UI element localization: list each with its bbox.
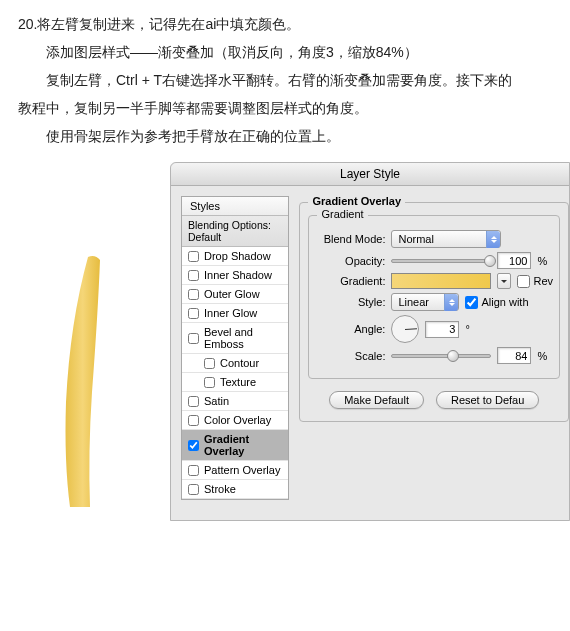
style-checkbox[interactable] xyxy=(188,308,199,319)
style-item-inner-shadow[interactable]: Inner Shadow xyxy=(182,266,288,285)
style-item-texture[interactable]: Texture xyxy=(182,373,288,392)
reset-default-button[interactable]: Reset to Defau xyxy=(436,391,539,409)
angle-hand-icon xyxy=(405,328,417,330)
style-checkbox[interactable] xyxy=(188,396,199,407)
style-checkbox[interactable] xyxy=(188,465,199,476)
make-default-button[interactable]: Make Default xyxy=(329,391,424,409)
style-item-label: Bevel and Emboss xyxy=(204,326,282,350)
instruction-line: 添加图层样式——渐变叠加（取消反向，角度3，缩放84%） xyxy=(18,38,552,66)
blend-mode-select[interactable]: Normal xyxy=(391,230,501,248)
slider-thumb-icon[interactable] xyxy=(484,255,496,267)
blending-options-row[interactable]: Blending Options: Default xyxy=(182,216,288,247)
reverse-checkbox-input[interactable] xyxy=(517,275,530,288)
style-item-pattern-overlay[interactable]: Pattern Overlay xyxy=(182,461,288,480)
blend-mode-label: Blend Mode: xyxy=(315,233,385,245)
style-checkbox[interactable] xyxy=(188,270,199,281)
align-checkbox[interactable]: Align with xyxy=(465,296,528,309)
style-select[interactable]: Linear xyxy=(391,293,459,311)
tutorial-text-block: 20.将左臂复制进来，记得先在ai中填充颜色。 添加图层样式——渐变叠加（取消反… xyxy=(0,0,570,154)
style-item-color-overlay[interactable]: Color Overlay xyxy=(182,411,288,430)
style-item-label: Texture xyxy=(220,376,256,388)
style-label: Style: xyxy=(315,296,385,308)
style-item-contour[interactable]: Contour xyxy=(182,354,288,373)
style-item-gradient-overlay[interactable]: Gradient Overlay xyxy=(182,430,288,461)
gradient-dropdown-button[interactable] xyxy=(497,273,511,289)
arm-shape-icon xyxy=(50,252,120,512)
style-checkbox[interactable] xyxy=(188,484,199,495)
style-checkbox[interactable] xyxy=(188,415,199,426)
opacity-input[interactable] xyxy=(497,252,531,269)
style-item-satin[interactable]: Satin xyxy=(182,392,288,411)
instruction-line: 使用骨架层作为参考把手臂放在正确的位置上。 xyxy=(18,122,552,150)
style-item-label: Stroke xyxy=(204,483,236,495)
opacity-slider[interactable] xyxy=(391,259,491,263)
scale-label: Scale: xyxy=(315,350,385,362)
scale-slider[interactable] xyxy=(391,354,491,358)
angle-input[interactable] xyxy=(425,321,459,338)
style-checkbox[interactable] xyxy=(188,333,199,344)
style-item-outer-glow[interactable]: Outer Glow xyxy=(182,285,288,304)
style-item-drop-shadow[interactable]: Drop Shadow xyxy=(182,247,288,266)
style-item-label: Gradient Overlay xyxy=(204,433,282,457)
gradient-label: Gradient: xyxy=(315,275,385,287)
instruction-line: 复制左臂，Ctrl + T右键选择水平翻转。右臂的渐变叠加需要角度。接下来的 xyxy=(18,66,552,94)
percent-label: % xyxy=(537,350,547,362)
style-checkbox[interactable] xyxy=(204,358,215,369)
style-item-inner-glow[interactable]: Inner Glow xyxy=(182,304,288,323)
style-item-label: Contour xyxy=(220,357,259,369)
chevron-down-icon xyxy=(501,280,507,283)
style-checkbox[interactable] xyxy=(188,289,199,300)
instruction-line: 20.将左臂复制进来，记得先在ai中填充颜色。 xyxy=(18,10,552,38)
instruction-line: 教程中，复制另一半手脚等都需要调整图层样式的角度。 xyxy=(18,94,552,122)
align-checkbox-input[interactable] xyxy=(465,296,478,309)
reverse-checkbox[interactable]: Rev xyxy=(517,275,553,288)
style-item-label: Color Overlay xyxy=(204,414,271,426)
angle-label: Angle: xyxy=(315,323,385,335)
styles-header[interactable]: Styles xyxy=(182,197,288,216)
degree-label: ° xyxy=(465,323,469,335)
style-value: Linear xyxy=(398,296,429,308)
scale-input[interactable] xyxy=(497,347,531,364)
gradient-swatch[interactable] xyxy=(391,273,491,289)
blend-mode-value: Normal xyxy=(398,233,433,245)
style-checkbox[interactable] xyxy=(204,377,215,388)
style-item-label: Satin xyxy=(204,395,229,407)
style-checkbox[interactable] xyxy=(188,440,199,451)
style-item-label: Outer Glow xyxy=(204,288,260,300)
style-item-stroke[interactable]: Stroke xyxy=(182,480,288,499)
layer-style-dialog: Layer Style Styles Blending Options: Def… xyxy=(170,162,570,521)
style-item-bevel-and-emboss[interactable]: Bevel and Emboss xyxy=(182,323,288,354)
style-item-label: Inner Shadow xyxy=(204,269,272,281)
style-item-label: Pattern Overlay xyxy=(204,464,280,476)
styles-list-panel: Styles Blending Options: Default Drop Sh… xyxy=(181,196,289,500)
panel-heading: Gradient Overlay xyxy=(308,195,405,207)
align-label: Align with xyxy=(481,296,528,308)
dropdown-arrows-icon xyxy=(486,231,500,248)
gradient-overlay-panel: Gradient Overlay Gradient Blend Mode: No… xyxy=(299,196,569,500)
arm-illustration xyxy=(0,162,170,521)
panel-subheading: Gradient xyxy=(317,208,367,220)
style-checkbox[interactable] xyxy=(188,251,199,262)
dialog-title: Layer Style xyxy=(171,163,569,186)
slider-thumb-icon[interactable] xyxy=(447,350,459,362)
dropdown-arrows-icon xyxy=(444,294,458,311)
angle-dial[interactable] xyxy=(391,315,419,343)
style-item-label: Inner Glow xyxy=(204,307,257,319)
opacity-label: Opacity: xyxy=(315,255,385,267)
reverse-label: Rev xyxy=(533,275,553,287)
percent-label: % xyxy=(537,255,547,267)
style-item-label: Drop Shadow xyxy=(204,250,271,262)
